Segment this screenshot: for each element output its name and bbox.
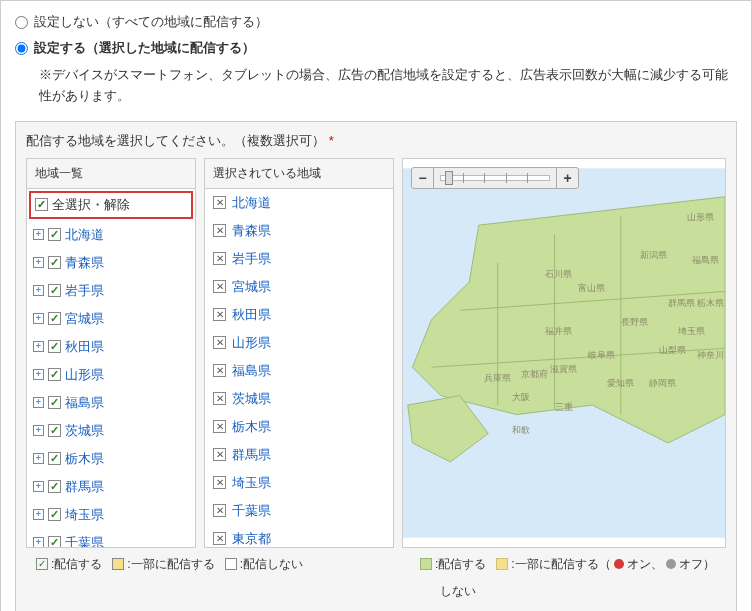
region-row[interactable]: +秋田県: [27, 333, 195, 361]
radio-no-setting-label: 設定しない（すべての地域に配信する）: [34, 13, 268, 31]
selected-region-name[interactable]: 秋田県: [232, 306, 271, 324]
map-label-gifu: 岐阜県: [588, 348, 615, 359]
selected-region-name[interactable]: 千葉県: [232, 502, 271, 520]
region-checkbox[interactable]: [48, 480, 61, 493]
remove-icon[interactable]: [213, 224, 226, 237]
remove-icon[interactable]: [213, 364, 226, 377]
region-checkbox[interactable]: [48, 284, 61, 297]
remove-icon[interactable]: [213, 336, 226, 349]
expand-icon[interactable]: +: [33, 481, 44, 492]
remove-icon[interactable]: [213, 420, 226, 433]
expand-icon[interactable]: +: [33, 313, 44, 324]
region-checkbox[interactable]: [48, 508, 61, 521]
remove-icon[interactable]: [213, 252, 226, 265]
selected-region-scroll[interactable]: 北海道青森県岩手県宮城県秋田県山形県福島県茨城県栃木県群馬県埼玉県千葉県東京都神…: [205, 189, 393, 547]
remove-icon[interactable]: [213, 308, 226, 321]
selected-region-name[interactable]: 群馬県: [232, 446, 271, 464]
region-name[interactable]: 埼玉県: [65, 506, 104, 524]
radio-setting[interactable]: [15, 42, 28, 55]
remove-icon[interactable]: [213, 532, 226, 545]
map-label-ishikawa: 石川県: [545, 268, 572, 279]
region-row[interactable]: +青森県: [27, 249, 195, 277]
region-checkbox[interactable]: [48, 452, 61, 465]
selected-region-name[interactable]: 茨城県: [232, 390, 271, 408]
selected-region-name[interactable]: 山形県: [232, 334, 271, 352]
remove-icon[interactable]: [213, 392, 226, 405]
selected-region-name[interactable]: 東京都: [232, 530, 271, 547]
region-row[interactable]: +群馬県: [27, 473, 195, 501]
map-label-nagano: 長野県: [621, 315, 648, 326]
expand-icon[interactable]: +: [33, 341, 44, 352]
region-name[interactable]: 宮城県: [65, 310, 104, 328]
region-name[interactable]: 栃木県: [65, 450, 104, 468]
remove-icon[interactable]: [213, 196, 226, 209]
region-row[interactable]: +埼玉県: [27, 501, 195, 529]
legend-right: :配信する :一部に配信する（ オン、 オフ） しない: [420, 556, 716, 600]
region-row[interactable]: +福島県: [27, 389, 195, 417]
region-checkbox[interactable]: [48, 312, 61, 325]
region-checkbox[interactable]: [48, 396, 61, 409]
note-text: ※デバイスがスマートフォン、タブレットの場合、広告の配信地域を設定すると、広告表…: [39, 65, 737, 107]
region-checkbox[interactable]: [48, 340, 61, 353]
expand-icon[interactable]: +: [33, 229, 44, 240]
region-checkbox[interactable]: [48, 368, 61, 381]
expand-icon[interactable]: +: [33, 509, 44, 520]
remove-icon[interactable]: [213, 476, 226, 489]
map-label-toyama: 富山県: [578, 282, 605, 293]
map-label-saitama: 埼玉県: [677, 325, 705, 336]
region-row[interactable]: +宮城県: [27, 305, 195, 333]
expand-icon[interactable]: +: [33, 285, 44, 296]
region-row[interactable]: +岩手県: [27, 277, 195, 305]
region-name[interactable]: 北海道: [65, 226, 104, 244]
map-label-niigata: 新潟県: [640, 249, 667, 260]
selected-row: 岩手県: [205, 245, 393, 273]
region-name[interactable]: 群馬県: [65, 478, 104, 496]
expand-icon[interactable]: +: [33, 257, 44, 268]
region-checkbox[interactable]: [48, 536, 61, 547]
selected-row: 千葉県: [205, 497, 393, 525]
region-row[interactable]: +千葉県: [27, 529, 195, 547]
selected-row: 山形県: [205, 329, 393, 357]
map-label-gunma: 群馬県: [668, 296, 695, 307]
expand-icon[interactable]: +: [33, 397, 44, 408]
selected-region-name[interactable]: 埼玉県: [232, 474, 271, 492]
select-all-row[interactable]: 全選択・解除: [29, 191, 193, 219]
expand-icon[interactable]: +: [33, 453, 44, 464]
region-list-scroll[interactable]: 全選択・解除 +北海道+青森県+岩手県+宮城県+秋田県+山形県+福島県+茨城県+…: [27, 189, 195, 547]
region-checkbox[interactable]: [48, 228, 61, 241]
region-row[interactable]: +北海道: [27, 221, 195, 249]
selected-region-name[interactable]: 福島県: [232, 362, 271, 380]
map-label-osaka: 大阪: [512, 391, 530, 402]
region-name[interactable]: 千葉県: [65, 534, 104, 547]
region-name[interactable]: 秋田県: [65, 338, 104, 356]
selected-row: 埼玉県: [205, 469, 393, 497]
region-row[interactable]: +山形県: [27, 361, 195, 389]
remove-icon[interactable]: [213, 280, 226, 293]
select-all-checkbox[interactable]: [35, 198, 48, 211]
selected-region-name[interactable]: 栃木県: [232, 418, 271, 436]
region-checkbox[interactable]: [48, 256, 61, 269]
zoom-out-button[interactable]: −: [412, 167, 434, 189]
zoom-slider-track[interactable]: [440, 175, 550, 181]
radio-no-setting[interactable]: [15, 16, 28, 29]
japan-map[interactable]: 山形県 新潟県 福島県 富山県 長野県 群馬県 栃木県 石川県 福井県 岐阜県 …: [403, 159, 725, 547]
selected-region-name[interactable]: 岩手県: [232, 250, 271, 268]
selected-region-name[interactable]: 青森県: [232, 222, 271, 240]
region-row[interactable]: +栃木県: [27, 445, 195, 473]
region-checkbox[interactable]: [48, 424, 61, 437]
region-name[interactable]: 岩手県: [65, 282, 104, 300]
region-row[interactable]: +茨城県: [27, 417, 195, 445]
region-name[interactable]: 茨城県: [65, 422, 104, 440]
selected-region-name[interactable]: 北海道: [232, 194, 271, 212]
zoom-in-button[interactable]: +: [556, 167, 578, 189]
zoom-slider-handle[interactable]: [445, 171, 453, 185]
selected-region-name[interactable]: 宮城県: [232, 278, 271, 296]
region-name[interactable]: 福島県: [65, 394, 104, 412]
expand-icon[interactable]: +: [33, 369, 44, 380]
expand-icon[interactable]: +: [33, 425, 44, 436]
region-name[interactable]: 山形県: [65, 366, 104, 384]
expand-icon[interactable]: +: [33, 537, 44, 547]
remove-icon[interactable]: [213, 504, 226, 517]
remove-icon[interactable]: [213, 448, 226, 461]
region-name[interactable]: 青森県: [65, 254, 104, 272]
